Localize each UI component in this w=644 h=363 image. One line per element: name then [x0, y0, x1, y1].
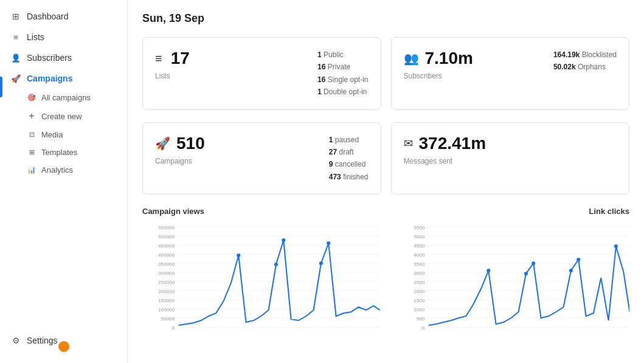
subscribers-stat-card: 👥 7.10m Subscribers 164.19k Blocklisted …: [391, 37, 630, 110]
messages-stat-card: ✉ 372.41m Messages sent: [391, 122, 630, 195]
lists-count: 17: [171, 49, 190, 68]
campaigns-count: 510: [176, 134, 205, 153]
lists-stat-icon: ≡: [155, 52, 162, 66]
sidebar-item-analytics[interactable]: 📊 Analytics: [0, 161, 127, 179]
campaign-views-title: Campaign views: [142, 207, 380, 216]
svg-text:3000: 3000: [414, 271, 425, 276]
svg-point-54: [524, 272, 527, 275]
templates-icon: ⊞: [27, 148, 36, 156]
sidebar-item-label: Subscribers: [27, 53, 72, 63]
sidebar-item-label: Settings: [27, 336, 58, 345]
sidebar: ⊞ Dashboard ≡ Lists 👤 Subscribers 🚀 Camp…: [0, 0, 128, 363]
sidebar-item-create-new[interactable]: + Create new: [0, 106, 127, 126]
sidebar-item-label: Campaigns: [27, 74, 72, 83]
svg-point-56: [569, 269, 572, 272]
sidebar-item-media[interactable]: ⊡ Media: [0, 126, 127, 143]
svg-point-28: [327, 241, 330, 245]
link-clicks-chart: Link clicks 5500 5000 4500 4000 3500 300…: [392, 207, 630, 346]
svg-text:500: 500: [416, 316, 424, 322]
dashboard-icon: ⊞: [11, 12, 21, 21]
messages-label: Messages sent: [404, 157, 617, 165]
svg-point-27: [319, 261, 323, 265]
svg-text:450000: 450000: [158, 243, 175, 249]
lists-icon: ≡: [11, 33, 21, 42]
svg-text:150000: 150000: [158, 298, 175, 303]
sidebar-item-templates[interactable]: ⊞ Templates: [0, 143, 127, 161]
campaign-views-chart: Campaign views 550000 500000 450000 4000…: [142, 207, 380, 346]
sidebar-item-campaigns[interactable]: 🚀 Campaigns: [0, 68, 127, 89]
link-clicks-title: Link clicks: [392, 207, 630, 216]
svg-text:5500: 5500: [414, 225, 425, 230]
svg-text:550000: 550000: [158, 225, 175, 230]
subscribers-count: 7.10m: [425, 49, 473, 68]
sidebar-item-label: Dashboard: [27, 12, 69, 21]
sidebar-sub-label: Create new: [41, 112, 81, 121]
svg-text:500000: 500000: [158, 234, 175, 240]
svg-text:3500: 3500: [414, 261, 425, 267]
main-content: Sun, 19 Sep ≡ 17 Lists 1 Public 16 Priva…: [128, 0, 644, 363]
subscribers-icon: 👤: [11, 54, 21, 63]
svg-text:2500: 2500: [414, 280, 425, 285]
subscribers-details: 164.19k Blocklisted 50.02k Orphans: [553, 49, 617, 74]
svg-point-58: [614, 244, 617, 248]
lists-stat-card: ≡ 17 Lists 1 Public 16 Private 16 Single…: [142, 37, 381, 110]
sidebar-item-dashboard[interactable]: ⊞ Dashboard: [0, 6, 127, 27]
sidebar-sub-label: Media: [41, 130, 63, 139]
sidebar-item-all-campaigns[interactable]: 🎯 All campaigns: [0, 89, 127, 106]
svg-point-57: [576, 258, 580, 261]
lists-label: Lists: [155, 72, 190, 80]
sidebar-item-lists[interactable]: ≡ Lists: [0, 27, 127, 47]
sidebar-sub-label: Analytics: [41, 165, 73, 175]
svg-text:1500: 1500: [414, 298, 425, 303]
svg-text:5000: 5000: [414, 234, 425, 240]
charts-row: Campaign views 550000 500000 450000 4000…: [142, 207, 629, 346]
messages-count: 372.41m: [419, 134, 486, 153]
campaigns-details: 1 paused 27 draft 9 cancelled 473 finish…: [329, 134, 369, 184]
notification-dot: [58, 341, 69, 352]
svg-text:350000: 350000: [158, 261, 175, 267]
views-chart-svg: 550000 500000 450000 400000 350000 30000…: [142, 222, 380, 344]
all-campaigns-icon: 🎯: [27, 94, 36, 102]
svg-text:0: 0: [172, 325, 175, 331]
lists-details: 1 Public 16 Private 16 Single opt-in 1 D…: [317, 49, 368, 99]
svg-point-25: [274, 263, 278, 266]
subscribers-stat-icon: 👥: [404, 51, 419, 66]
svg-text:400000: 400000: [158, 252, 175, 258]
media-icon: ⊡: [27, 131, 36, 139]
campaigns-label: Campaigns: [155, 157, 205, 165]
svg-point-24: [237, 254, 240, 257]
stats-row: ≡ 17 Lists 1 Public 16 Private 16 Single…: [142, 37, 629, 110]
create-new-icon: +: [27, 111, 36, 122]
sidebar-item-subscribers[interactable]: 👤 Subscribers: [0, 47, 127, 68]
campaigns-stat-card: 🚀 510 Campaigns 1 paused 27 draft 9 canc…: [142, 122, 381, 195]
svg-text:4000: 4000: [414, 252, 425, 258]
campaigns-icon: 🚀: [11, 74, 21, 83]
sidebar-sub-label: All campaigns: [41, 93, 91, 102]
svg-text:4500: 4500: [414, 243, 425, 249]
svg-point-26: [282, 238, 285, 242]
svg-text:300000: 300000: [158, 271, 175, 276]
sidebar-sub-label: Templates: [41, 148, 77, 157]
page-title: Sun, 19 Sep: [142, 12, 629, 25]
settings-icon: ⚙: [11, 336, 21, 345]
svg-text:50000: 50000: [161, 316, 175, 322]
stats-row-2: 🚀 510 Campaigns 1 paused 27 draft 9 canc…: [142, 122, 629, 195]
sidebar-item-label: Lists: [27, 32, 44, 42]
messages-stat-icon: ✉: [404, 137, 413, 150]
subscribers-label: Subscribers: [404, 72, 473, 80]
svg-point-53: [486, 269, 490, 272]
svg-text:250000: 250000: [158, 280, 175, 285]
svg-text:100000: 100000: [158, 307, 175, 313]
svg-text:200000: 200000: [158, 289, 175, 294]
clicks-chart-svg: 5500 5000 4500 4000 3500 3000 2500 2000 …: [392, 222, 630, 344]
svg-point-55: [531, 261, 535, 265]
svg-text:2000: 2000: [414, 289, 425, 294]
svg-text:1000: 1000: [414, 307, 425, 313]
analytics-icon: 📊: [27, 166, 36, 174]
svg-text:0: 0: [421, 325, 424, 331]
campaigns-stat-icon: 🚀: [155, 136, 170, 151]
active-indicator: [0, 77, 2, 97]
